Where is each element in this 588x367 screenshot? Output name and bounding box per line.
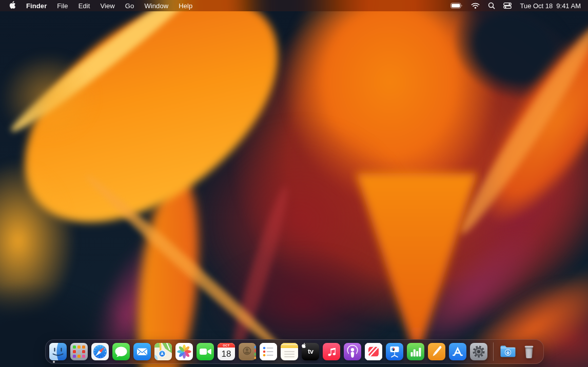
dock-icon-tv[interactable]: tv <box>302 343 319 360</box>
dock-icon-pages[interactable] <box>428 343 445 360</box>
menu-item-view[interactable]: View <box>95 0 120 11</box>
menu-item-window[interactable]: Window <box>139 0 173 11</box>
apple-tv-logo-text: tv <box>308 349 313 355</box>
menu-clock-date: Tue Oct 18 <box>520 2 553 10</box>
dock-icon-trash[interactable] <box>520 343 538 360</box>
wallpaper-center-petal <box>349 164 482 367</box>
menu-bar-left: Finder File Edit View Go Window Help <box>0 0 198 11</box>
dock-icon-music[interactable] <box>323 343 340 360</box>
wifi-icon[interactable] <box>467 0 484 11</box>
dock-icon-facetime[interactable] <box>197 343 214 360</box>
dock-icon-downloads[interactable] <box>499 343 517 360</box>
dock-icon-finder[interactable] <box>49 343 67 360</box>
dock-icon-mail[interactable] <box>133 343 151 360</box>
finder-running-indicator <box>53 361 55 363</box>
dock-icon-reminders[interactable] <box>260 343 277 360</box>
menu-item-file[interactable]: File <box>52 0 73 11</box>
dock-icon-keynote[interactable] <box>386 343 403 360</box>
battery-full-icon[interactable] <box>446 0 467 11</box>
menu-bar: Finder File Edit View Go Window Help <box>0 0 588 11</box>
dock: OCT 18 <box>45 339 544 364</box>
dock-icon-launchpad[interactable] <box>70 343 88 360</box>
dock-icon-contacts[interactable] <box>239 343 256 360</box>
macos-desktop: Finder File Edit View Go Window Help <box>0 0 588 367</box>
calendar-month-label: OCT <box>218 343 235 348</box>
dock-icon-numbers[interactable] <box>407 343 424 360</box>
dock-icon-messages[interactable] <box>112 343 130 360</box>
desktop-wallpaper <box>0 0 588 367</box>
control-center-icon[interactable] <box>499 0 516 11</box>
menu-item-help[interactable]: Help <box>173 0 198 11</box>
dock-icon-appstore[interactable] <box>449 343 466 360</box>
menu-clock-time: 9:41 AM <box>556 2 581 10</box>
dock-icon-maps[interactable] <box>154 343 172 360</box>
dock-divider <box>493 342 494 361</box>
menu-clock[interactable]: Tue Oct 18 9:41 AM <box>516 0 588 11</box>
dock-icon-notes[interactable] <box>281 343 298 360</box>
notes-yellow-band <box>281 343 298 348</box>
apple-menu[interactable] <box>0 0 21 11</box>
spotlight-search-icon[interactable] <box>484 0 499 11</box>
dock-icon-news[interactable] <box>365 343 382 360</box>
menu-item-edit[interactable]: Edit <box>73 0 95 11</box>
dock-icon-system-settings[interactable] <box>470 343 487 360</box>
menu-item-finder[interactable]: Finder <box>21 0 52 11</box>
dock-icon-podcasts[interactable] <box>344 343 361 360</box>
dock-icon-photos[interactable] <box>175 343 193 360</box>
dock-icon-calendar[interactable]: OCT 18 <box>218 343 235 360</box>
apple-logo-icon <box>9 1 16 10</box>
dock-icon-safari[interactable] <box>91 343 109 360</box>
menu-item-go[interactable]: Go <box>120 0 140 11</box>
calendar-day-label: 18 <box>218 348 235 360</box>
menu-bar-status: Tue Oct 18 9:41 AM <box>446 0 588 11</box>
